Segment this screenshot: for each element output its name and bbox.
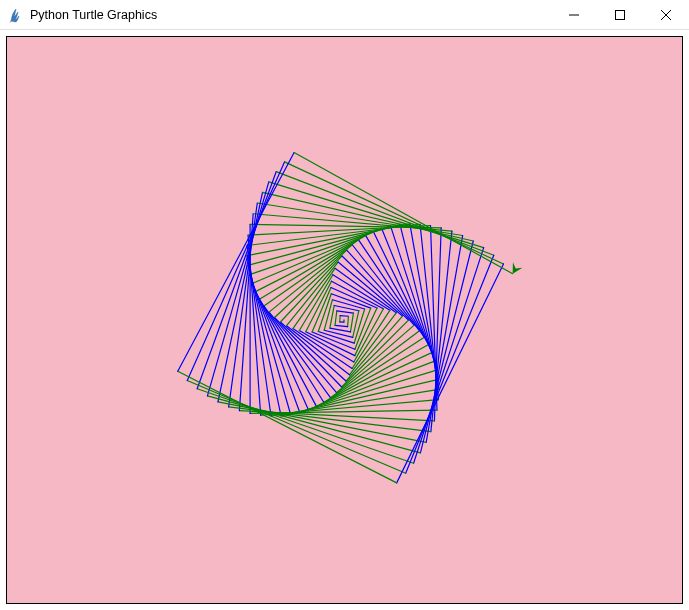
canvas-container <box>0 30 689 610</box>
python-turtle-feather-icon <box>8 7 24 23</box>
window-titlebar: Python Turtle Graphics <box>0 0 689 30</box>
turtle-graphics-canvas <box>7 37 682 603</box>
canvas-border <box>6 36 683 604</box>
svg-rect-1 <box>616 11 625 20</box>
minimize-button[interactable] <box>551 0 597 30</box>
window-title: Python Turtle Graphics <box>30 8 551 22</box>
window-controls <box>551 0 689 29</box>
maximize-button[interactable] <box>597 0 643 30</box>
close-button[interactable] <box>643 0 689 30</box>
